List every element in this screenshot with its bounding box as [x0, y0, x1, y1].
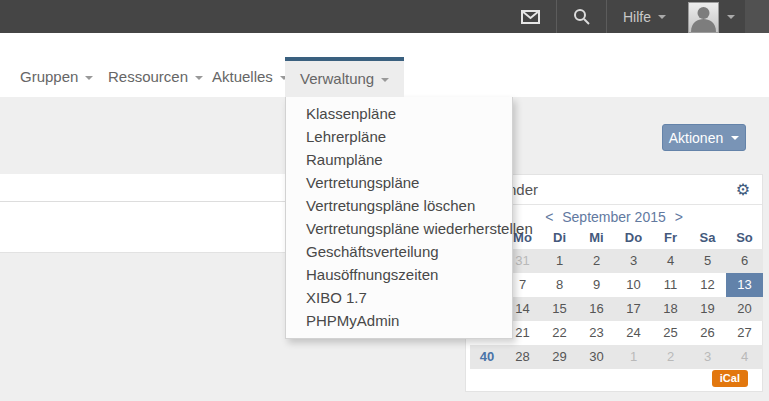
calendar-day-cell[interactable]: 20: [726, 297, 763, 321]
calendar-day-cell[interactable]: 15: [541, 297, 578, 321]
calendar-day-cell[interactable]: 22: [541, 321, 578, 345]
month-label: September 2015: [562, 209, 666, 225]
calendar-week-row: 402829301234: [470, 345, 763, 369]
search-button[interactable]: [557, 0, 606, 33]
menu-item[interactable]: XIBO 1.7: [286, 286, 512, 309]
calendar-week-row: 3921222324252627: [470, 321, 763, 345]
calendar-week-row: 3631123456: [470, 249, 763, 273]
menu-item[interactable]: Geschäftsverteilung: [286, 240, 512, 263]
calendar-day-cell[interactable]: 12: [689, 273, 726, 297]
calendar-day-selected[interactable]: 13: [726, 273, 763, 297]
next-month-button[interactable]: >: [675, 209, 683, 225]
user-avatar: [688, 2, 719, 33]
calendar-day-cell[interactable]: 27: [726, 321, 763, 345]
nav-label: Gruppen: [20, 68, 78, 85]
menu-item[interactable]: Hausöffnungszeiten: [286, 263, 512, 286]
mail-icon: [521, 10, 540, 24]
topbar-edge: [745, 0, 769, 33]
calendar-week-row: 3814151617181920: [470, 297, 763, 321]
aktionen-label: Aktionen: [669, 130, 723, 146]
calendar-day-cell[interactable]: 29: [541, 345, 578, 369]
search-icon: [573, 8, 590, 25]
day-header: So: [726, 227, 763, 249]
calendar-day-cell[interactable]: 23: [578, 321, 615, 345]
calendar-day-cell[interactable]: 17: [615, 297, 652, 321]
nav-item-ressourcen[interactable]: Ressourcen: [108, 57, 203, 97]
menu-item[interactable]: Vertretungspläne wiederherstellen: [286, 217, 512, 240]
menu-item[interactable]: Vertretungspläne löschen: [286, 194, 512, 217]
week-number: 40: [470, 345, 504, 369]
menu-item[interactable]: PHPMyAdmin: [286, 309, 512, 332]
main-navbar: Gruppen Ressourcen Aktuelles Verwaltung: [0, 33, 769, 97]
nav-item-gruppen[interactable]: Gruppen: [20, 57, 93, 97]
nav-item-verwaltung[interactable]: Verwaltung: [285, 57, 404, 97]
person-icon: [689, 3, 718, 32]
calendar-week-row: 3778910111213: [470, 273, 763, 297]
calendar-day-cell[interactable]: 30: [578, 345, 615, 369]
calendar-day-cell[interactable]: 10: [615, 273, 652, 297]
nav-item-aktuelles[interactable]: Aktuelles: [212, 57, 288, 97]
menu-item[interactable]: Lehrerpläne: [286, 125, 512, 148]
day-header: Do: [615, 227, 652, 249]
nav-label: Ressourcen: [108, 68, 188, 85]
calendar-day-cell[interactable]: 2: [578, 249, 615, 273]
calendar-day-cell[interactable]: 16: [578, 297, 615, 321]
day-header: Mi: [578, 227, 615, 249]
help-menu[interactable]: Hilfe: [607, 0, 682, 33]
caret-down-icon: [658, 15, 666, 19]
day-header: Sa: [689, 227, 726, 249]
menu-item[interactable]: Raumpläne: [286, 148, 512, 171]
calendar-day-cell[interactable]: 3: [615, 249, 652, 273]
user-menu[interactable]: [682, 0, 745, 33]
calendar-day-cell[interactable]: 3: [689, 345, 726, 369]
calendar-day-cell[interactable]: 18: [652, 297, 689, 321]
caret-down-icon: [85, 76, 93, 80]
calendar-day-cell[interactable]: 11: [652, 273, 689, 297]
calendar-day-cell[interactable]: 19: [689, 297, 726, 321]
calendar-day-cell[interactable]: 5: [689, 249, 726, 273]
menu-item[interactable]: Klassenpläne: [286, 102, 512, 125]
ical-button[interactable]: iCal: [712, 370, 748, 387]
calendar-day-cell[interactable]: 24: [615, 321, 652, 345]
calendar-day-cell[interactable]: 4: [726, 345, 763, 369]
calendar-day-cell[interactable]: 25: [652, 321, 689, 345]
calendar-day-cell[interactable]: 26: [689, 321, 726, 345]
topbar: Hilfe: [0, 0, 769, 33]
aktionen-button[interactable]: Aktionen: [662, 124, 746, 151]
calendar-day-cell[interactable]: 6: [726, 249, 763, 273]
prev-month-button[interactable]: <: [545, 209, 553, 225]
menu-item[interactable]: Vertretungspläne: [286, 171, 512, 194]
verwaltung-dropdown-menu: KlassenpläneLehrerpläneRaumpläneVertretu…: [285, 97, 513, 339]
calendar-day-cell[interactable]: 1: [541, 249, 578, 273]
caret-down-icon: [381, 78, 389, 82]
caret-down-icon: [727, 15, 735, 19]
nav-label: Aktuelles: [212, 68, 273, 85]
calendar-day-cell[interactable]: 9: [578, 273, 615, 297]
calendar-day-cell[interactable]: 8: [541, 273, 578, 297]
nav-label: Verwaltung: [300, 70, 374, 87]
gear-icon[interactable]: ⚙: [736, 182, 750, 198]
caret-down-icon: [731, 136, 739, 140]
day-header: Fr: [652, 227, 689, 249]
calendar-grid: MoDiMiDoFrSaSo36311234563778910111213381…: [470, 227, 763, 369]
mail-button[interactable]: [505, 0, 556, 33]
calendar-day-cell[interactable]: 4: [652, 249, 689, 273]
calendar-day-cell[interactable]: 2: [652, 345, 689, 369]
help-label: Hilfe: [623, 9, 651, 25]
calendar-day-cell[interactable]: 1: [615, 345, 652, 369]
calendar-day-cell[interactable]: 28: [504, 345, 541, 369]
day-header: Di: [541, 227, 578, 249]
caret-down-icon: [195, 76, 203, 80]
